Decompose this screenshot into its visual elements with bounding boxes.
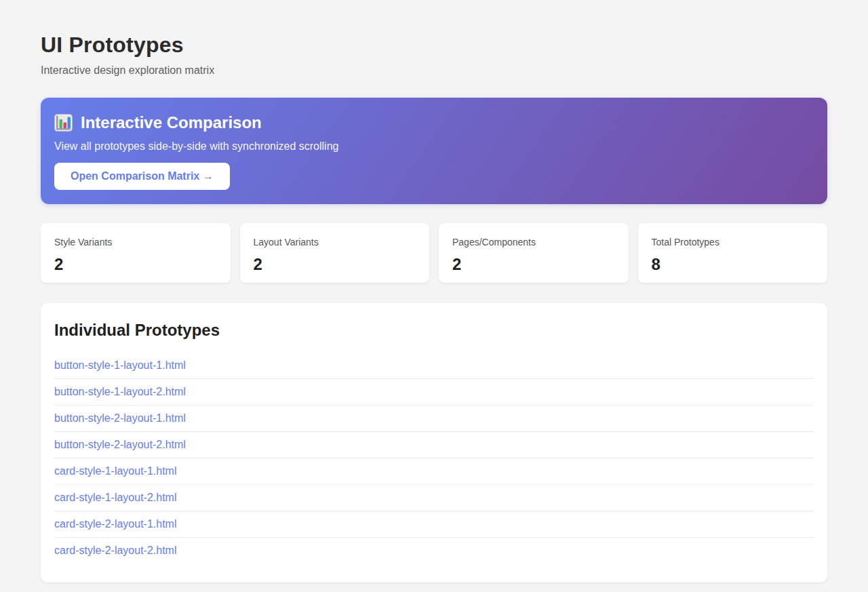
banner-description: View all prototypes side-by-side with sy… bbox=[54, 138, 814, 155]
stat-card-layout-variants: Layout Variants 2 bbox=[240, 223, 430, 283]
prototype-link[interactable]: button-style-2-layout-2.html bbox=[54, 432, 814, 458]
stat-label: Layout Variants bbox=[254, 237, 416, 248]
stat-card-pages-components: Pages/Components 2 bbox=[439, 223, 629, 283]
list-item: button-style-1-layout-1.html bbox=[54, 353, 814, 379]
prototype-link[interactable]: card-style-1-layout-2.html bbox=[54, 485, 814, 511]
prototype-list: button-style-1-layout-1.html button-styl… bbox=[54, 353, 814, 564]
prototype-link[interactable]: button-style-1-layout-2.html bbox=[54, 379, 814, 405]
stat-value: 2 bbox=[452, 254, 615, 274]
stat-value: 8 bbox=[652, 254, 814, 274]
individual-prototypes-heading: Individual Prototypes bbox=[54, 319, 814, 341]
interactive-comparison-banner: Interactive Comparison View all prototyp… bbox=[41, 98, 827, 204]
stat-value: 2 bbox=[254, 254, 416, 274]
stat-label: Total Prototypes bbox=[652, 237, 814, 248]
banner-title: Interactive Comparison bbox=[81, 112, 262, 134]
stat-card-style-variants: Style Variants 2 bbox=[41, 223, 231, 283]
list-item: button-style-1-layout-2.html bbox=[54, 379, 814, 406]
prototype-link[interactable]: card-style-2-layout-2.html bbox=[54, 538, 814, 564]
prototype-link[interactable]: card-style-2-layout-1.html bbox=[54, 511, 814, 537]
banner-title-row: Interactive Comparison bbox=[54, 112, 814, 134]
individual-prototypes-card: Individual Prototypes button-style-1-lay… bbox=[41, 303, 827, 583]
list-item: button-style-2-layout-1.html bbox=[54, 406, 814, 432]
stat-label: Style Variants bbox=[54, 237, 217, 248]
list-item: card-style-1-layout-2.html bbox=[54, 485, 814, 511]
stat-label: Pages/Components bbox=[452, 237, 615, 248]
prototype-link[interactable]: button-style-1-layout-1.html bbox=[54, 353, 814, 378]
stat-card-total-prototypes: Total Prototypes 8 bbox=[638, 223, 828, 283]
list-item: card-style-1-layout-1.html bbox=[54, 458, 814, 485]
page-title: UI Prototypes bbox=[41, 33, 827, 58]
stats-row: Style Variants 2 Layout Variants 2 Pages… bbox=[41, 223, 827, 283]
bar-chart-icon bbox=[54, 114, 73, 132]
stat-value: 2 bbox=[54, 254, 217, 274]
open-comparison-matrix-button[interactable]: Open Comparison Matrix → bbox=[54, 163, 230, 190]
list-item: card-style-2-layout-2.html bbox=[54, 538, 814, 564]
page-subtitle: Interactive design exploration matrix bbox=[41, 64, 827, 77]
list-item: button-style-2-layout-2.html bbox=[54, 432, 814, 458]
page-container: UI Prototypes Interactive design explora… bbox=[41, 33, 827, 583]
prototype-link[interactable]: card-style-1-layout-1.html bbox=[54, 458, 814, 484]
list-item: card-style-2-layout-1.html bbox=[54, 511, 814, 538]
prototype-link[interactable]: button-style-2-layout-1.html bbox=[54, 406, 814, 431]
